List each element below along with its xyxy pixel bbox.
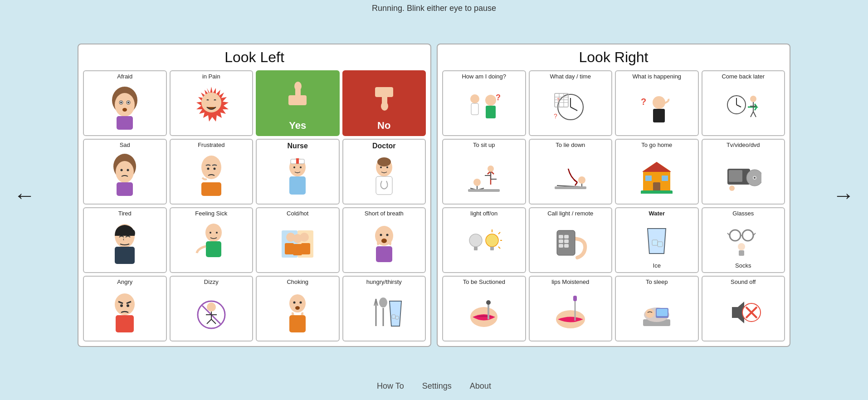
cell-label: To sit up bbox=[473, 141, 495, 149]
cell-come-back-later[interactable]: Come back later bbox=[702, 70, 785, 136]
svg-line-65 bbox=[211, 319, 216, 324]
main-content: ← Look Left Afraid bbox=[0, 16, 868, 374]
svg-line-137 bbox=[498, 247, 500, 249]
cell-label: Feeling Sick bbox=[195, 210, 227, 217]
svg-point-79 bbox=[470, 94, 479, 103]
cell-tired[interactable]: Tired bbox=[83, 207, 167, 273]
svg-point-33 bbox=[380, 166, 382, 168]
svg-point-57 bbox=[127, 304, 129, 307]
cell-light-off-on[interactable]: light off/on bbox=[442, 207, 526, 273]
cell-nurse[interactable]: Nurse bbox=[256, 139, 340, 205]
svg-point-130 bbox=[754, 177, 756, 179]
svg-point-51 bbox=[380, 234, 382, 236]
about-link[interactable]: About bbox=[470, 381, 491, 391]
cell-yes[interactable]: Yes bbox=[256, 70, 340, 136]
svg-point-1 bbox=[115, 93, 135, 117]
cell-sad[interactable]: Sad bbox=[83, 139, 167, 205]
cell-label: To be Suctioned bbox=[463, 278, 505, 286]
cell-cold-hot[interactable]: Cold/hot bbox=[256, 207, 340, 273]
cell-choking[interactable]: Choking bbox=[256, 276, 340, 341]
cell-water-ice[interactable]: Water Ice bbox=[615, 207, 699, 273]
svg-rect-37 bbox=[115, 247, 135, 264]
right-grid: How am I doing? ? bbox=[442, 70, 785, 341]
svg-line-105 bbox=[753, 112, 756, 117]
cell-hungry-thirsty[interactable]: hungry/thirsty bbox=[342, 276, 426, 341]
svg-text:?: ? bbox=[496, 93, 501, 102]
cell-label: Water bbox=[649, 210, 665, 217]
svg-rect-78 bbox=[395, 316, 399, 319]
cell-image bbox=[345, 73, 424, 120]
cell-label: Dizzy bbox=[204, 278, 219, 286]
svg-point-22 bbox=[207, 168, 209, 170]
cell-to-be-suctioned[interactable]: To be Suctioned bbox=[442, 276, 526, 341]
cell-call-light-remote[interactable]: Call light / remote bbox=[529, 207, 613, 273]
cell-socks-label: Socks bbox=[735, 262, 751, 269]
cell-frustrated[interactable]: Frustrated bbox=[170, 139, 254, 205]
cell-feeling-sick[interactable]: Feeling Sick bbox=[170, 207, 254, 273]
left-arrow-button[interactable]: ← bbox=[5, 183, 44, 208]
svg-rect-141 bbox=[564, 235, 569, 239]
svg-point-69 bbox=[295, 306, 300, 310]
cell-image bbox=[172, 150, 251, 202]
svg-text:?: ? bbox=[641, 97, 646, 107]
left-board: Look Left Afraid bbox=[78, 44, 431, 347]
svg-rect-35 bbox=[376, 176, 392, 195]
cell-angry[interactable]: Angry bbox=[83, 276, 167, 341]
cell-what-day-time[interactable]: What day / time bbox=[529, 70, 613, 136]
svg-rect-27 bbox=[296, 158, 299, 164]
cell-afraid[interactable]: Afraid bbox=[83, 70, 167, 136]
right-board-title: Look Right bbox=[442, 49, 785, 66]
cell-dizzy[interactable]: Dizzy bbox=[170, 276, 254, 341]
cell-lips-moistened[interactable]: lips Moistened bbox=[529, 276, 613, 341]
svg-rect-143 bbox=[564, 239, 569, 243]
cell-doctor[interactable]: Doctor bbox=[342, 139, 426, 205]
svg-rect-20 bbox=[117, 182, 133, 196]
svg-rect-126 bbox=[729, 170, 742, 182]
how-to-link[interactable]: How To bbox=[377, 381, 404, 391]
cell-to-lie-down[interactable]: To lie down bbox=[529, 139, 613, 205]
svg-rect-47 bbox=[285, 243, 294, 254]
cell-how-am-i-doing[interactable]: How am I doing? ? bbox=[442, 70, 526, 136]
cell-image bbox=[704, 81, 783, 133]
cell-no[interactable]: No bbox=[342, 70, 426, 136]
svg-rect-58 bbox=[116, 315, 134, 332]
cell-glasses-socks[interactable]: Glasses bbox=[702, 207, 785, 273]
svg-point-111 bbox=[488, 166, 494, 172]
svg-rect-41 bbox=[206, 241, 221, 257]
svg-rect-48 bbox=[293, 244, 302, 255]
cell-image bbox=[258, 151, 337, 202]
cell-ice-label: Ice bbox=[653, 262, 661, 269]
svg-point-95 bbox=[653, 96, 665, 109]
svg-line-64 bbox=[207, 319, 211, 324]
svg-point-131 bbox=[469, 234, 482, 247]
cell-image: ? bbox=[618, 81, 696, 133]
cell-in-pain[interactable]: in Pain bbox=[170, 70, 254, 136]
cell-image bbox=[345, 151, 424, 202]
cell-to-sleep[interactable]: To sleep bbox=[615, 276, 699, 341]
cell-label: Glasses bbox=[732, 210, 754, 217]
cell-to-go-home[interactable]: To go home bbox=[615, 139, 699, 205]
svg-point-40 bbox=[216, 232, 218, 234]
cell-sound-off[interactable]: Sound off bbox=[702, 276, 785, 341]
cell-image: ? bbox=[445, 81, 523, 133]
svg-point-19 bbox=[127, 169, 129, 171]
settings-link[interactable]: Settings bbox=[422, 381, 452, 391]
svg-rect-160 bbox=[573, 296, 577, 301]
cell-tv-video-dvd[interactable]: Tv/video/dvd bbox=[702, 139, 785, 205]
cell-image: ? ? bbox=[532, 81, 610, 133]
cell-label: To go home bbox=[641, 141, 672, 149]
svg-rect-11 bbox=[288, 95, 307, 105]
svg-rect-146 bbox=[652, 240, 658, 245]
svg-line-135 bbox=[498, 232, 500, 234]
cell-label: Nurse bbox=[288, 141, 308, 150]
cell-label: Tired bbox=[118, 210, 132, 217]
cell-label: light off/on bbox=[470, 210, 497, 217]
cell-image bbox=[618, 218, 696, 262]
cell-to-sit-up[interactable]: To sit up bbox=[442, 139, 526, 205]
svg-rect-121 bbox=[653, 182, 660, 191]
right-arrow-button[interactable]: → bbox=[824, 183, 863, 208]
cell-short-of-breath[interactable]: Short of breath bbox=[342, 207, 426, 273]
cell-label: Tv/video/dvd bbox=[727, 141, 760, 149]
svg-rect-77 bbox=[392, 315, 395, 318]
cell-what-is-happening[interactable]: What is happening ? bbox=[615, 70, 699, 136]
